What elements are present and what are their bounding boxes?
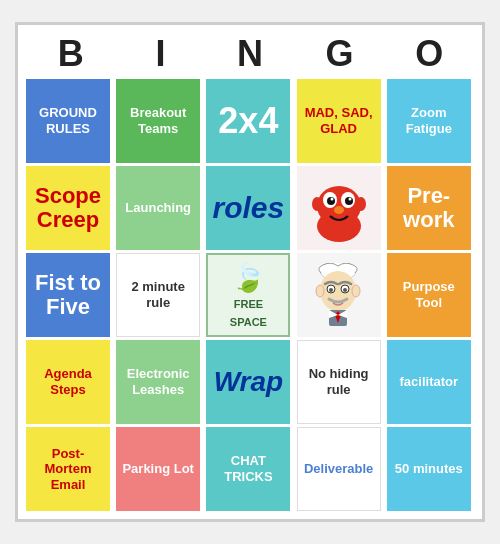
cell-50-minutes[interactable]: 50 minutes xyxy=(387,427,471,511)
cell-post-mortem-email[interactable]: Post-Mortem Email xyxy=(26,427,110,511)
cell-electronic-leashes[interactable]: Electronic Leashes xyxy=(116,340,200,424)
header-n: N xyxy=(208,33,292,75)
cell-scope-creep[interactable]: Scope Creep xyxy=(26,166,110,250)
cell-free-space[interactable]: 🍃 FREESPACE xyxy=(206,253,290,337)
header-g: G xyxy=(298,33,382,75)
cell-elmo[interactable] xyxy=(297,166,381,250)
cell-ground-rules[interactable]: GROUND RULES xyxy=(26,79,110,163)
cell-launching[interactable]: Launching xyxy=(116,166,200,250)
cell-purpose-tool[interactable]: Purpose Tool xyxy=(387,253,471,337)
cell-2-minute-rule[interactable]: 2 minute rule xyxy=(116,253,200,337)
bingo-card: B I N G O GROUND RULES Breakout Teams 2x… xyxy=(15,22,485,522)
header-i: I xyxy=(118,33,202,75)
header-b: B xyxy=(29,33,113,75)
cell-agenda-steps[interactable]: Agenda Steps xyxy=(26,340,110,424)
einstein-icon xyxy=(311,263,366,328)
cell-chat-tricks[interactable]: CHAT TRICKS xyxy=(206,427,290,511)
cell-facilitator[interactable]: facilitator xyxy=(387,340,471,424)
bingo-header: B I N G O xyxy=(26,33,474,75)
cell-2x4[interactable]: 2x4 xyxy=(206,79,290,163)
cell-no-hiding-rule[interactable]: No hiding rule xyxy=(297,340,381,424)
cell-einstein[interactable] xyxy=(297,253,381,337)
cell-roles[interactable]: roles xyxy=(206,166,290,250)
svg-point-17 xyxy=(329,288,333,292)
svg-point-7 xyxy=(348,198,351,201)
elmo-icon xyxy=(308,174,370,242)
svg-point-8 xyxy=(334,206,344,214)
svg-point-9 xyxy=(312,197,322,211)
cell-zoom-fatigue[interactable]: Zoom Fatigue xyxy=(387,79,471,163)
cell-breakout-teams[interactable]: Breakout Teams xyxy=(116,79,200,163)
svg-point-13 xyxy=(316,285,324,297)
svg-point-6 xyxy=(330,198,333,201)
svg-point-10 xyxy=(356,197,366,211)
cell-mad-sad-glad[interactable]: MAD, SAD, GLAD xyxy=(297,79,381,163)
cell-deliverable[interactable]: Deliverable xyxy=(297,427,381,511)
header-o: O xyxy=(387,33,471,75)
cell-parking-lot[interactable]: Parking Lot xyxy=(116,427,200,511)
cell-pre-work[interactable]: Pre-work xyxy=(387,166,471,250)
bingo-grid: GROUND RULES Breakout Teams 2x4 MAD, SAD… xyxy=(26,79,474,511)
cell-fist-to-five[interactable]: Fist to Five xyxy=(26,253,110,337)
cell-wrap[interactable]: Wrap xyxy=(206,340,290,424)
svg-point-14 xyxy=(352,285,360,297)
svg-point-18 xyxy=(343,288,347,292)
